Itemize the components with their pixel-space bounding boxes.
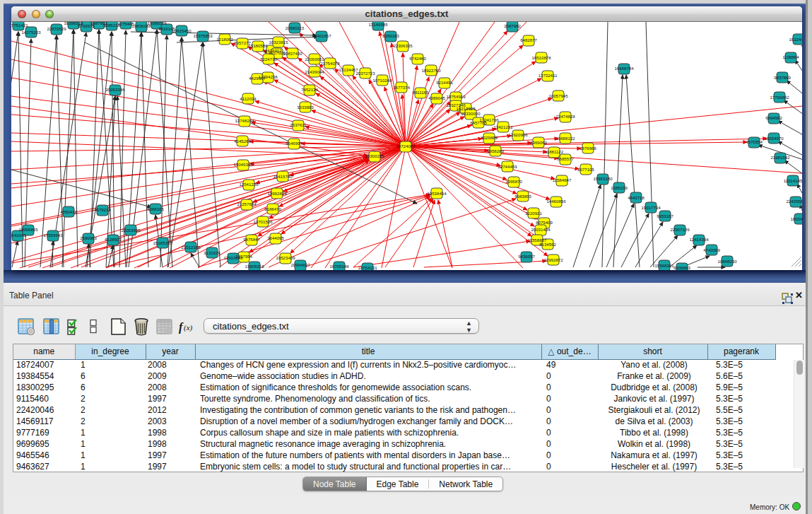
svg-text:6742460: 6742460 bbox=[409, 56, 426, 61]
svg-text:4843718: 4843718 bbox=[628, 195, 645, 200]
svg-text:13805018: 13805018 bbox=[245, 264, 264, 269]
svg-text:4743069: 4743069 bbox=[703, 247, 720, 252]
svg-text:13421212: 13421212 bbox=[493, 124, 513, 129]
svg-text:22439587: 22439587 bbox=[786, 199, 802, 204]
svg-text:3220921: 3220921 bbox=[525, 211, 542, 216]
svg-text:22992872: 22992872 bbox=[543, 257, 563, 262]
svg-text:11584847: 11584847 bbox=[553, 177, 572, 182]
svg-text:18034970: 18034970 bbox=[764, 136, 784, 141]
svg-text:19538454: 19538454 bbox=[427, 191, 447, 196]
svg-text:22570529: 22570529 bbox=[47, 26, 66, 31]
svg-text:15165337: 15165337 bbox=[153, 240, 172, 245]
svg-text:13910648: 13910648 bbox=[223, 255, 243, 260]
svg-text:4570554: 4570554 bbox=[746, 139, 763, 144]
svg-text:18034339: 18034339 bbox=[790, 216, 802, 221]
svg-text:13146585: 13146585 bbox=[368, 22, 388, 27]
svg-text:9958289: 9958289 bbox=[487, 148, 504, 153]
svg-text:10848230: 10848230 bbox=[717, 259, 737, 264]
svg-text:19085076: 19085076 bbox=[147, 22, 167, 25]
svg-text:18922760: 18922760 bbox=[421, 68, 441, 73]
svg-text:13732411: 13732411 bbox=[539, 73, 558, 78]
svg-text:16705148: 16705148 bbox=[329, 264, 349, 269]
svg-text:6994562: 6994562 bbox=[765, 115, 782, 120]
svg-text:8685577: 8685577 bbox=[557, 156, 574, 161]
svg-text:21981592: 21981592 bbox=[770, 155, 790, 160]
svg-text:18754131: 18754131 bbox=[358, 265, 377, 270]
svg-text:2580963: 2580963 bbox=[80, 235, 97, 240]
svg-text:4429607: 4429607 bbox=[249, 76, 266, 81]
svg-text:15375853: 15375853 bbox=[193, 33, 213, 38]
svg-text:5641643: 5641643 bbox=[11, 233, 26, 238]
svg-text:8369062: 8369062 bbox=[530, 140, 547, 145]
svg-text:(x): (x) bbox=[184, 323, 193, 332]
svg-text:10323815: 10323815 bbox=[269, 40, 288, 45]
svg-text:20372723: 20372723 bbox=[355, 71, 375, 76]
svg-text:16510878: 16510878 bbox=[531, 55, 551, 60]
svg-text:16648784: 16648784 bbox=[614, 66, 634, 71]
svg-text:2537611: 2537611 bbox=[290, 122, 307, 127]
svg-text:8359183: 8359183 bbox=[382, 33, 399, 38]
svg-text:6128503: 6128503 bbox=[105, 237, 122, 242]
svg-text:6368105: 6368105 bbox=[147, 206, 164, 211]
svg-text:19523409: 19523409 bbox=[276, 255, 295, 260]
svg-text:1385239: 1385239 bbox=[611, 185, 628, 190]
svg-text:8134562: 8134562 bbox=[539, 242, 556, 247]
svg-text:21012166: 21012166 bbox=[181, 245, 201, 250]
svg-text:6306893: 6306893 bbox=[673, 265, 690, 270]
svg-text:19563180: 19563180 bbox=[593, 176, 613, 181]
svg-text:8811165: 8811165 bbox=[413, 90, 429, 95]
svg-text:15180586: 15180586 bbox=[248, 43, 268, 48]
svg-text:22474828: 22474828 bbox=[555, 114, 575, 119]
svg-text:8224730: 8224730 bbox=[260, 57, 277, 62]
svg-text:9436057: 9436057 bbox=[518, 254, 535, 259]
svg-text:16415740: 16415740 bbox=[273, 174, 293, 179]
svg-text:22507109: 22507109 bbox=[670, 227, 690, 232]
svg-text:16213925: 16213925 bbox=[456, 106, 476, 111]
svg-text:17751421: 17751421 bbox=[11, 23, 28, 28]
svg-text:10837430: 10837430 bbox=[283, 51, 302, 56]
svg-text:9953167: 9953167 bbox=[657, 214, 673, 218]
svg-text:4389045: 4389045 bbox=[428, 95, 445, 100]
svg-text:21257684: 21257684 bbox=[237, 201, 257, 206]
svg-text:10057945: 10057945 bbox=[548, 93, 568, 98]
svg-text:18992829: 18992829 bbox=[267, 191, 287, 196]
svg-text:22744459: 22744459 bbox=[498, 164, 517, 169]
svg-text:20031404: 20031404 bbox=[531, 227, 551, 232]
svg-text:20994697: 20994697 bbox=[290, 262, 310, 267]
svg-text:10710248: 10710248 bbox=[372, 78, 392, 83]
svg-text:21439044: 21439044 bbox=[305, 69, 324, 74]
svg-text:22053595: 22053595 bbox=[121, 228, 141, 233]
svg-text:7452134: 7452134 bbox=[301, 87, 318, 92]
svg-text:3333883: 3333883 bbox=[297, 105, 314, 110]
svg-text:9875847: 9875847 bbox=[243, 237, 260, 242]
svg-text:21754078: 21754078 bbox=[320, 61, 340, 66]
svg-text:4245263: 4245263 bbox=[234, 139, 251, 144]
svg-text:13045349: 13045349 bbox=[233, 162, 253, 167]
svg-text:3677374: 3677374 bbox=[393, 85, 410, 90]
svg-text:14275203: 14275203 bbox=[21, 30, 41, 35]
svg-text:19017734: 19017734 bbox=[641, 205, 661, 210]
svg-text:20580115: 20580115 bbox=[286, 25, 305, 30]
svg-text:4050413: 4050413 bbox=[60, 209, 77, 214]
svg-text:22306335: 22306335 bbox=[393, 43, 413, 48]
svg-text:20615450: 20615450 bbox=[172, 28, 192, 33]
svg-text:14460856: 14460856 bbox=[546, 199, 566, 204]
svg-text:13748244: 13748244 bbox=[235, 118, 254, 123]
svg-text:20053346: 20053346 bbox=[105, 87, 125, 92]
svg-text:12414394: 12414394 bbox=[689, 237, 709, 242]
svg-text:3131636: 3131636 bbox=[204, 250, 220, 255]
svg-text:11881122: 11881122 bbox=[545, 149, 564, 154]
svg-text:15588301: 15588301 bbox=[654, 263, 674, 268]
svg-text:18096865: 18096865 bbox=[18, 227, 38, 232]
svg-text:3644095: 3644095 bbox=[267, 235, 284, 240]
svg-text:18724007: 18724007 bbox=[396, 144, 416, 148]
svg-text:2077105: 2077105 bbox=[577, 167, 594, 172]
svg-text:2876966: 2876966 bbox=[579, 146, 596, 151]
svg-text:1108894: 1108894 bbox=[782, 54, 799, 59]
svg-text:18300295: 18300295 bbox=[365, 153, 384, 158]
svg-text:1218062: 1218062 bbox=[216, 37, 233, 42]
svg-text:8029889: 8029889 bbox=[481, 135, 498, 140]
svg-text:13754919: 13754919 bbox=[446, 94, 466, 99]
svg-text:22330030: 22330030 bbox=[461, 111, 481, 116]
svg-text:9983893: 9983893 bbox=[514, 194, 531, 199]
